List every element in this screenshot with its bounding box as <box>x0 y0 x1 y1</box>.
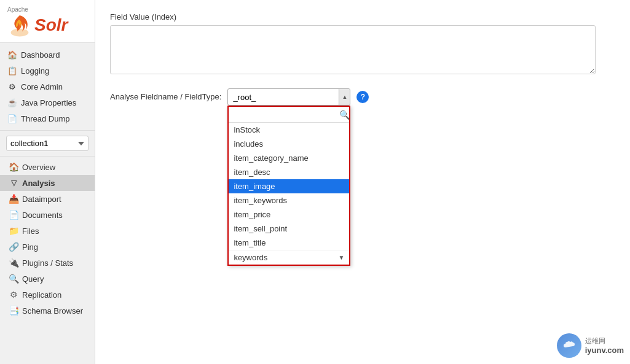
sidebar-item-core-admin[interactable]: ⚙ Core Admin <box>0 79 95 95</box>
sidebar-item-thread-dump[interactable]: 📄 Thread Dump <box>0 110 95 126</box>
ping-label: Ping <box>22 242 38 252</box>
sidebar-item-schema-browser[interactable]: 📑 Schema Browser <box>0 303 95 319</box>
main-content: Field Value (Index) Analyse Fieldname / … <box>95 0 630 364</box>
schema-browser-label: Schema Browser <box>22 306 83 316</box>
core-admin-label: Core Admin <box>21 82 63 91</box>
plugins-stats-label: Plugins / Stats <box>22 258 73 268</box>
collection-dropdown[interactable]: collection1 <box>6 136 89 151</box>
logo-area: Apache Solr <box>0 0 95 43</box>
watermark-text: 运维网 iyunv.com <box>585 336 624 355</box>
replication-label: Replication <box>22 290 61 300</box>
sidebar-item-replication[interactable]: ⚙ Replication <box>0 287 95 303</box>
list-item[interactable]: item_price <box>229 207 349 222</box>
files-icon: 📁 <box>9 226 18 236</box>
dropdown-search-input[interactable] <box>231 109 339 120</box>
watermark-icon <box>557 333 581 358</box>
logo-apache: Apache <box>7 6 87 13</box>
dropdown-scroll-down-icon[interactable]: ▼ <box>338 254 344 261</box>
replication-icon: ⚙ <box>9 290 18 300</box>
sidebar-item-dashboard[interactable]: 🏠 Dashboard <box>0 47 95 63</box>
plugins-stats-icon: 🔌 <box>9 258 18 268</box>
fieldname-dropdown-container: _root_ ▲ 🔍 inStock includes item_categor… <box>227 88 350 106</box>
dropdown-list[interactable]: inStock includes item_category_name item… <box>229 123 349 250</box>
analysis-label: Analysis <box>22 179 55 188</box>
sidebar-item-dataimport[interactable]: 📥 Dataimport <box>0 191 95 207</box>
core-admin-icon: ⚙ <box>7 82 17 91</box>
dropdown-bottom-row: keywords ▼ <box>229 250 349 265</box>
global-nav: 🏠 Dashboard 📋 Logging ⚙ Core Admin ☕ Jav… <box>0 43 95 131</box>
logo-brand-text: Solr <box>34 15 68 35</box>
query-icon: 🔍 <box>9 274 18 284</box>
analyse-label: Analyse Fieldname / FieldType: <box>110 88 221 101</box>
documents-icon: 📄 <box>9 210 18 220</box>
field-value-section: Field Value (Index) <box>110 12 615 76</box>
sidebar-item-documents[interactable]: 📄 Documents <box>0 207 95 223</box>
sidebar-item-overview[interactable]: 🏠 Overview <box>0 159 95 175</box>
list-item[interactable]: item_keywords <box>229 193 349 207</box>
list-item-selected[interactable]: item_image <box>229 179 349 193</box>
sidebar-item-plugins-stats[interactable]: 🔌 Plugins / Stats <box>0 255 95 271</box>
fieldname-dropdown-trigger[interactable]: _root_ ▲ <box>227 88 350 106</box>
list-item[interactable]: item_title <box>229 236 349 250</box>
sidebar-item-logging[interactable]: 📋 Logging <box>0 63 95 79</box>
svg-point-0 <box>11 29 29 37</box>
watermark: 运维网 iyunv.com <box>557 333 624 358</box>
schema-browser-icon: 📑 <box>9 306 18 316</box>
dropdown-search-row: 🔍 <box>229 107 349 123</box>
selected-value: _root_ <box>228 89 339 105</box>
analyse-row: Analyse Fieldname / FieldType: _root_ ▲ … <box>110 88 615 106</box>
help-button[interactable]: ? <box>356 91 369 103</box>
list-item[interactable]: item_sell_point <box>229 222 349 236</box>
thread-dump-icon: 📄 <box>7 114 17 123</box>
sidebar-item-files[interactable]: 📁 Files <box>0 223 95 239</box>
list-item[interactable]: inStock <box>229 123 349 137</box>
logo-brand: Solr <box>7 13 87 37</box>
dashboard-icon: 🏠 <box>7 50 17 60</box>
sidebar-item-analysis[interactable]: ▽ Analysis <box>0 175 95 191</box>
sidebar-item-ping[interactable]: 🔗 Ping <box>0 239 95 255</box>
dashboard-label: Dashboard <box>21 50 60 60</box>
thread-dump-label: Thread Dump <box>21 114 69 123</box>
overview-label: Overview <box>22 163 55 172</box>
field-value-label: Field Value (Index) <box>110 12 615 21</box>
sidebar: Apache Solr 🏠 Dashboard 📋 Logging ⚙ Core… <box>0 0 95 364</box>
field-value-textarea[interactable] <box>110 25 596 74</box>
list-item[interactable]: item_category_name <box>229 151 349 165</box>
logging-label: Logging <box>21 66 49 76</box>
fieldname-dropdown-popup: 🔍 inStock includes item_category_name it… <box>227 106 350 266</box>
list-item[interactable]: item_desc <box>229 165 349 179</box>
files-label: Files <box>22 227 39 236</box>
analysis-icon: ▽ <box>9 178 18 188</box>
sidebar-item-query[interactable]: 🔍 Query <box>0 271 95 287</box>
collection-selector: collection1 <box>0 131 95 157</box>
collection-nav: 🏠 Overview ▽ Analysis 📥 Dataimport 📄 Doc… <box>0 157 95 364</box>
documents-label: Documents <box>22 211 63 220</box>
dropdown-bottom-value: keywords <box>234 253 267 262</box>
cloud-icon <box>562 339 576 352</box>
dropdown-search-button[interactable]: 🔍 <box>339 110 350 120</box>
list-item[interactable]: includes <box>229 137 349 151</box>
dropdown-arrow-icon: ▲ <box>339 89 350 105</box>
java-properties-label: Java Properties <box>21 98 76 107</box>
dataimport-icon: 📥 <box>9 194 18 204</box>
dataimport-label: Dataimport <box>22 195 61 204</box>
logging-icon: 📋 <box>7 66 17 76</box>
query-label: Query <box>22 274 44 284</box>
overview-icon: 🏠 <box>9 162 18 172</box>
watermark-top: 运维网 <box>585 336 624 346</box>
ping-icon: 🔗 <box>9 242 18 252</box>
sidebar-item-java-properties[interactable]: ☕ Java Properties <box>0 95 95 110</box>
java-properties-icon: ☕ <box>7 98 17 107</box>
watermark-bottom: iyunv.com <box>585 346 624 355</box>
solr-flame-icon <box>7 13 32 37</box>
